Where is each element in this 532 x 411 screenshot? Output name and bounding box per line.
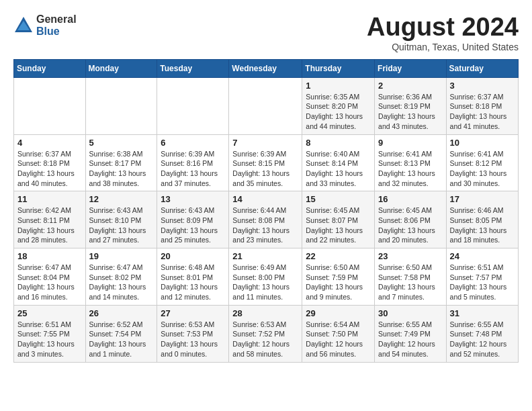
- calendar-cell: 16Sunrise: 6:45 AM Sunset: 8:06 PM Dayli…: [375, 191, 447, 248]
- day-number: 4: [17, 138, 82, 148]
- day-detail: Sunrise: 6:45 AM Sunset: 8:07 PM Dayligh…: [306, 205, 371, 245]
- header-day-monday: Monday: [85, 59, 157, 77]
- day-detail: Sunrise: 6:55 AM Sunset: 7:48 PM Dayligh…: [450, 320, 515, 359]
- calendar-cell: 6Sunrise: 6:39 AM Sunset: 8:16 PM Daylig…: [157, 134, 229, 191]
- day-number: 12: [89, 194, 154, 204]
- day-detail: Sunrise: 6:47 AM Sunset: 8:02 PM Dayligh…: [89, 263, 154, 302]
- day-detail: Sunrise: 6:51 AM Sunset: 7:55 PM Dayligh…: [17, 320, 82, 359]
- day-detail: Sunrise: 6:45 AM Sunset: 8:06 PM Dayligh…: [378, 205, 443, 245]
- calendar-cell: 7Sunrise: 6:39 AM Sunset: 8:15 PM Daylig…: [229, 134, 302, 191]
- calendar-cell: [157, 77, 229, 134]
- calendar-cell: 9Sunrise: 6:41 AM Sunset: 8:13 PM Daylig…: [375, 134, 447, 191]
- logo-icon: [13, 15, 34, 36]
- calendar-cell: 25Sunrise: 6:51 AM Sunset: 7:55 PM Dayli…: [14, 305, 86, 362]
- calendar-header: SundayMondayTuesdayWednesdayThursdayFrid…: [14, 59, 519, 77]
- calendar-cell: 30Sunrise: 6:55 AM Sunset: 7:49 PM Dayli…: [375, 305, 447, 362]
- day-detail: Sunrise: 6:55 AM Sunset: 7:49 PM Dayligh…: [378, 320, 443, 359]
- day-detail: Sunrise: 6:41 AM Sunset: 8:13 PM Dayligh…: [378, 149, 443, 189]
- day-detail: Sunrise: 6:50 AM Sunset: 7:58 PM Dayligh…: [378, 263, 443, 302]
- header-row: SundayMondayTuesdayWednesdayThursdayFrid…: [14, 59, 519, 77]
- calendar-cell: [14, 77, 86, 134]
- day-detail: Sunrise: 6:35 AM Sunset: 8:20 PM Dayligh…: [306, 92, 371, 132]
- day-number: 5: [89, 138, 154, 148]
- day-number: 3: [450, 81, 515, 91]
- day-detail: Sunrise: 6:39 AM Sunset: 8:15 PM Dayligh…: [232, 149, 298, 189]
- calendar-cell: 15Sunrise: 6:45 AM Sunset: 8:07 PM Dayli…: [302, 191, 375, 248]
- month-title: August 2024: [367, 13, 519, 42]
- calendar-week-1: 1Sunrise: 6:35 AM Sunset: 8:20 PM Daylig…: [14, 77, 519, 134]
- header-day-thursday: Thursday: [302, 59, 375, 77]
- calendar-week-2: 4Sunrise: 6:37 AM Sunset: 8:18 PM Daylig…: [14, 134, 519, 191]
- day-detail: Sunrise: 6:50 AM Sunset: 7:59 PM Dayligh…: [306, 263, 371, 302]
- day-detail: Sunrise: 6:41 AM Sunset: 8:12 PM Dayligh…: [450, 149, 515, 189]
- calendar-week-3: 11Sunrise: 6:42 AM Sunset: 8:11 PM Dayli…: [14, 191, 519, 248]
- day-detail: Sunrise: 6:53 AM Sunset: 7:52 PM Dayligh…: [232, 320, 298, 359]
- day-number: 8: [306, 138, 371, 148]
- day-number: 25: [17, 308, 82, 318]
- day-number: 23: [378, 251, 443, 261]
- title-block: August 2024 Quitman, Texas, United State…: [367, 13, 519, 52]
- day-detail: Sunrise: 6:44 AM Sunset: 8:08 PM Dayligh…: [232, 205, 298, 245]
- day-number: 30: [378, 308, 443, 318]
- day-number: 18: [17, 251, 82, 261]
- calendar-cell: 22Sunrise: 6:50 AM Sunset: 7:59 PM Dayli…: [302, 248, 375, 306]
- calendar-cell: 29Sunrise: 6:54 AM Sunset: 7:50 PM Dayli…: [302, 305, 375, 362]
- day-number: 17: [450, 194, 515, 204]
- day-detail: Sunrise: 6:37 AM Sunset: 8:18 PM Dayligh…: [450, 92, 515, 132]
- calendar-cell: 4Sunrise: 6:37 AM Sunset: 8:18 PM Daylig…: [14, 134, 86, 191]
- day-number: 2: [378, 81, 443, 91]
- calendar-cell: 18Sunrise: 6:47 AM Sunset: 8:04 PM Dayli…: [14, 248, 86, 306]
- calendar-cell: 3Sunrise: 6:37 AM Sunset: 8:18 PM Daylig…: [446, 77, 518, 134]
- day-detail: Sunrise: 6:36 AM Sunset: 8:19 PM Dayligh…: [378, 92, 443, 132]
- header-day-sunday: Sunday: [14, 59, 86, 77]
- calendar-cell: 12Sunrise: 6:43 AM Sunset: 8:10 PM Dayli…: [85, 191, 157, 248]
- day-number: 28: [232, 308, 298, 318]
- day-number: 21: [232, 251, 298, 261]
- calendar-cell: [229, 77, 302, 134]
- day-number: 15: [306, 194, 371, 204]
- calendar-cell: 8Sunrise: 6:40 AM Sunset: 8:14 PM Daylig…: [302, 134, 375, 191]
- calendar-cell: 11Sunrise: 6:42 AM Sunset: 8:11 PM Dayli…: [14, 191, 86, 248]
- calendar-cell: 14Sunrise: 6:44 AM Sunset: 8:08 PM Dayli…: [229, 191, 302, 248]
- header-day-wednesday: Wednesday: [229, 59, 302, 77]
- day-number: 31: [450, 308, 515, 318]
- logo: General Blue: [13, 13, 77, 37]
- day-number: 1: [306, 81, 371, 91]
- page-header: General Blue August 2024 Quitman, Texas,…: [13, 13, 519, 52]
- location: Quitman, Texas, United States: [367, 42, 519, 52]
- day-number: 22: [306, 251, 371, 261]
- calendar-cell: 21Sunrise: 6:49 AM Sunset: 8:00 PM Dayli…: [229, 248, 302, 306]
- day-detail: Sunrise: 6:39 AM Sunset: 8:16 PM Dayligh…: [161, 149, 225, 189]
- day-detail: Sunrise: 6:53 AM Sunset: 7:53 PM Dayligh…: [161, 320, 225, 359]
- calendar-cell: 23Sunrise: 6:50 AM Sunset: 7:58 PM Dayli…: [375, 248, 447, 306]
- day-number: 19: [89, 251, 154, 261]
- day-number: 24: [450, 251, 515, 261]
- calendar-week-4: 18Sunrise: 6:47 AM Sunset: 8:04 PM Dayli…: [14, 248, 519, 306]
- calendar-cell: 24Sunrise: 6:51 AM Sunset: 7:57 PM Dayli…: [446, 248, 518, 306]
- calendar-cell: [85, 77, 157, 134]
- calendar-cell: 13Sunrise: 6:43 AM Sunset: 8:09 PM Dayli…: [157, 191, 229, 248]
- day-number: 13: [161, 194, 225, 204]
- day-detail: Sunrise: 6:42 AM Sunset: 8:11 PM Dayligh…: [17, 205, 82, 245]
- day-number: 6: [161, 138, 225, 148]
- calendar-cell: 28Sunrise: 6:53 AM Sunset: 7:52 PM Dayli…: [229, 305, 302, 362]
- day-detail: Sunrise: 6:54 AM Sunset: 7:50 PM Dayligh…: [306, 320, 371, 359]
- day-detail: Sunrise: 6:47 AM Sunset: 8:04 PM Dayligh…: [17, 263, 82, 302]
- day-detail: Sunrise: 6:38 AM Sunset: 8:17 PM Dayligh…: [89, 149, 154, 189]
- day-number: 26: [89, 308, 154, 318]
- day-number: 20: [161, 251, 225, 261]
- calendar-cell: 20Sunrise: 6:48 AM Sunset: 8:01 PM Dayli…: [157, 248, 229, 306]
- day-number: 27: [161, 308, 225, 318]
- header-day-saturday: Saturday: [446, 59, 518, 77]
- day-number: 14: [232, 194, 298, 204]
- logo-text: General Blue: [36, 13, 77, 37]
- calendar-cell: 2Sunrise: 6:36 AM Sunset: 8:19 PM Daylig…: [375, 77, 447, 134]
- logo-general: General: [36, 13, 77, 26]
- day-detail: Sunrise: 6:52 AM Sunset: 7:54 PM Dayligh…: [89, 320, 154, 359]
- day-number: 16: [378, 194, 443, 204]
- calendar-cell: 27Sunrise: 6:53 AM Sunset: 7:53 PM Dayli…: [157, 305, 229, 362]
- day-number: 7: [232, 138, 298, 148]
- calendar-cell: 31Sunrise: 6:55 AM Sunset: 7:48 PM Dayli…: [446, 305, 518, 362]
- day-detail: Sunrise: 6:43 AM Sunset: 8:09 PM Dayligh…: [161, 205, 225, 245]
- day-number: 10: [450, 138, 515, 148]
